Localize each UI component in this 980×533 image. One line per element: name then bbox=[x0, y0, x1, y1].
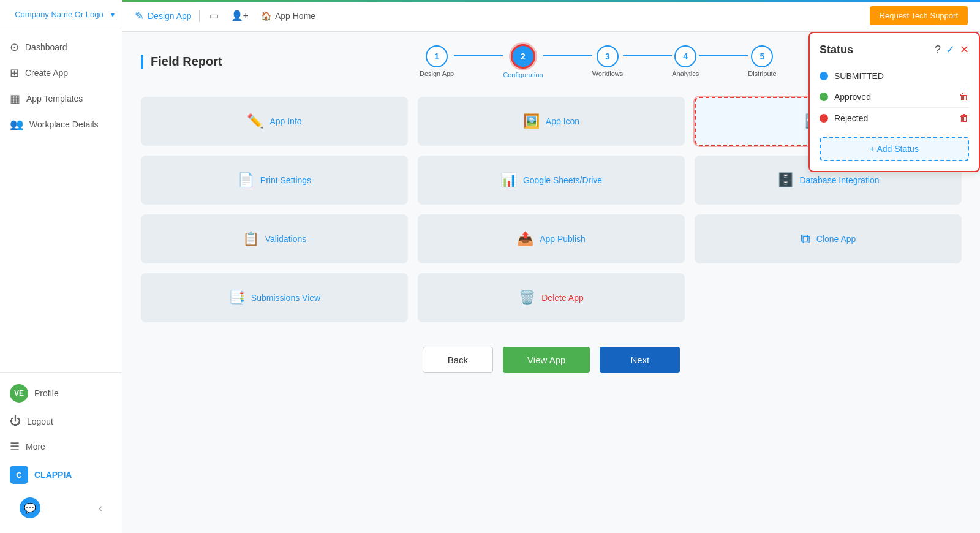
sidebar-item-profile[interactable]: VE Profile bbox=[0, 378, 122, 409]
sidebar-item-dashboard[interactable]: ⊙ Dashboard bbox=[0, 34, 122, 60]
status-panel-actions: ? ✓ ✕ bbox=[935, 43, 969, 56]
database-icon: 🗄️ bbox=[777, 172, 794, 188]
logout-label: Logout bbox=[27, 417, 53, 426]
delete-approved-button[interactable]: 🗑 bbox=[959, 91, 969, 102]
sidebar-item-label: Workplace Details bbox=[29, 119, 99, 129]
back-button[interactable]: Back bbox=[423, 347, 493, 373]
sidebar-item-label: App Templates bbox=[26, 94, 83, 104]
card-print-settings-label: Print Settings bbox=[260, 175, 311, 185]
step-3-label: Workflows bbox=[592, 70, 624, 77]
card-app-publish-label: App Publish bbox=[540, 234, 586, 244]
status-label-approved: Approved bbox=[834, 92, 953, 102]
collapse-sidebar-button[interactable]: ‹ bbox=[89, 497, 112, 520]
home-icon: 🏠 bbox=[261, 11, 271, 21]
chevron-down-icon: ▾ bbox=[111, 10, 115, 19]
step-4-label: Analytics bbox=[672, 70, 699, 77]
help-icon[interactable]: ? bbox=[935, 43, 941, 56]
step-4-circle: 4 bbox=[674, 45, 696, 67]
window-icon[interactable]: ▭ bbox=[207, 7, 221, 24]
create-app-icon: ⊞ bbox=[10, 66, 19, 80]
step-line-1-2 bbox=[454, 55, 503, 56]
sidebar: Company Name Or Logo ▾ ⊙ Dashboard ⊞ Cre… bbox=[0, 0, 123, 533]
dashboard-icon: ⊙ bbox=[10, 40, 19, 54]
design-app-icon: ✎ bbox=[135, 9, 144, 23]
sidebar-bottom: VE Profile ⏻ Logout ☰ More C CLAPPIA 💬 ‹ bbox=[0, 372, 122, 533]
sidebar-item-logout[interactable]: ⏻ Logout bbox=[0, 409, 122, 434]
sidebar-item-create-app[interactable]: ⊞ Create App bbox=[0, 60, 122, 86]
status-dot-rejected bbox=[820, 114, 828, 123]
card-print-settings[interactable]: 📄 Print Settings bbox=[141, 156, 408, 205]
chat-icon[interactable]: 💬 bbox=[20, 497, 40, 518]
delete-app-icon: 🗑️ bbox=[519, 290, 535, 306]
design-app-label: Design App bbox=[148, 11, 192, 21]
top-accent-line bbox=[123, 0, 980, 2]
step-1-circle: 1 bbox=[426, 45, 448, 67]
sidebar-item-workplace-details[interactable]: 👥 Workplace Details bbox=[0, 112, 122, 137]
status-item-rejected: Rejected 🗑 bbox=[820, 108, 969, 129]
card-clone-app-label: Clone App bbox=[816, 234, 856, 244]
step-4[interactable]: 4 Analytics bbox=[672, 45, 699, 77]
step-1-label: Design App bbox=[420, 70, 454, 77]
more-icon: ☰ bbox=[10, 440, 20, 453]
card-app-info[interactable]: ✏️ App Info bbox=[141, 97, 408, 146]
card-app-icon-label: App Icon bbox=[546, 116, 579, 126]
card-delete-app[interactable]: 🗑️ Delete App bbox=[418, 273, 685, 322]
google-sheets-icon: 📊 bbox=[500, 172, 517, 188]
step-1[interactable]: 1 Design App bbox=[420, 45, 454, 77]
add-status-button[interactable]: + Add Status bbox=[820, 137, 969, 161]
card-validations[interactable]: 📋 Validations bbox=[141, 214, 408, 263]
status-item-approved: Approved 🗑 bbox=[820, 86, 969, 108]
app-icon-icon: 🖼️ bbox=[523, 113, 540, 129]
card-google-sheets[interactable]: 📊 Google Sheets/Drive bbox=[418, 156, 685, 205]
sidebar-item-label: Create App bbox=[25, 68, 68, 78]
card-database-integration-label: Database Integration bbox=[800, 175, 880, 185]
step-3[interactable]: 3 Workflows bbox=[592, 45, 624, 77]
sidebar-logo[interactable]: Company Name Or Logo ▾ bbox=[0, 0, 122, 29]
status-item-submitted: SUBMITTED bbox=[820, 66, 969, 86]
workplace-icon: 👥 bbox=[10, 118, 23, 131]
close-icon[interactable]: ✕ bbox=[960, 43, 969, 56]
card-delete-app-label: Delete App bbox=[541, 293, 584, 303]
step-5[interactable]: 5 Distribute bbox=[748, 45, 776, 77]
app-home-button[interactable]: 🏠 App Home bbox=[261, 11, 315, 21]
card-clone-app[interactable]: ⧉ Clone App bbox=[695, 214, 962, 263]
request-support-button[interactable]: Request Tech Support bbox=[870, 6, 968, 25]
status-panel-title: Status bbox=[820, 43, 853, 56]
page-title: Field Report bbox=[141, 55, 222, 69]
user-add-icon[interactable]: 👤+ bbox=[228, 7, 251, 24]
app-publish-icon: 📤 bbox=[517, 231, 533, 247]
step-2-circle: 2 bbox=[511, 44, 535, 69]
check-icon[interactable]: ✓ bbox=[946, 43, 955, 56]
sidebar-item-clappia[interactable]: C CLAPPIA bbox=[0, 459, 122, 490]
card-submissions-view-label: Submissions View bbox=[251, 293, 320, 303]
next-button[interactable]: Next bbox=[600, 347, 680, 373]
submissions-icon: 📑 bbox=[228, 290, 245, 306]
status-panel-header: Status ? ✓ ✕ bbox=[820, 43, 969, 56]
topbar-divider bbox=[199, 10, 200, 22]
status-label-submitted: SUBMITTED bbox=[834, 71, 969, 81]
company-name: Company Name Or Logo bbox=[7, 10, 111, 19]
sidebar-item-more[interactable]: ☰ More bbox=[0, 434, 122, 459]
avatar: VE bbox=[10, 384, 28, 403]
delete-rejected-button[interactable]: 🗑 bbox=[959, 113, 969, 124]
status-dot-submitted bbox=[820, 72, 828, 80]
design-app-button[interactable]: ✎ Design App bbox=[135, 9, 192, 23]
step-line-3-4 bbox=[623, 55, 672, 56]
card-submissions-view[interactable]: 📑 Submissions View bbox=[141, 273, 408, 322]
step-2[interactable]: 2 Configuration bbox=[503, 44, 543, 78]
more-label: More bbox=[26, 442, 45, 452]
clone-app-icon: ⧉ bbox=[801, 231, 810, 247]
app-info-icon: ✏️ bbox=[247, 113, 263, 129]
card-app-publish[interactable]: 📤 App Publish bbox=[418, 214, 685, 263]
status-label-rejected: Rejected bbox=[834, 113, 953, 123]
card-app-icon[interactable]: 🖼️ App Icon bbox=[418, 97, 685, 146]
view-app-button[interactable]: View App bbox=[503, 347, 590, 373]
footer-buttons: Back View App Next bbox=[141, 341, 962, 379]
sidebar-item-label: Dashboard bbox=[25, 42, 67, 52]
validations-icon: 📋 bbox=[243, 231, 259, 247]
card-google-sheets-label: Google Sheets/Drive bbox=[523, 175, 602, 185]
step-5-label: Distribute bbox=[748, 70, 776, 77]
clappia-icon: C bbox=[10, 466, 28, 484]
sidebar-item-app-templates[interactable]: ▦ App Templates bbox=[0, 86, 122, 112]
logout-icon: ⏻ bbox=[10, 415, 21, 428]
